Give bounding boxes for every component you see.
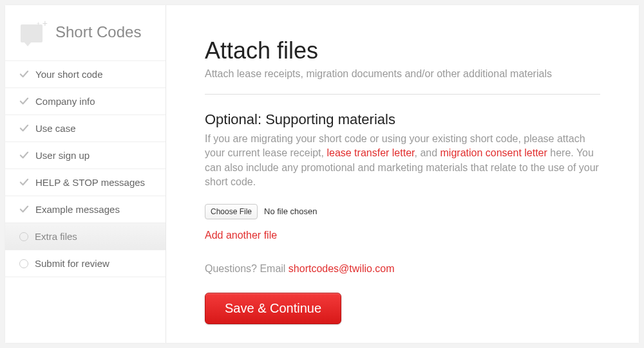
page-subtitle: Attach lease receipts, migration documen… <box>205 68 600 95</box>
sidebar-item-extra-files[interactable]: Extra files <box>5 223 166 250</box>
page-title: Attach files <box>205 37 600 64</box>
app-container: + + Short Codes Your short code Company … <box>5 5 639 343</box>
sidebar-item-label: HELP & STOP messages <box>35 177 145 188</box>
sidebar-item-label: Your short code <box>35 69 103 80</box>
sidebar-item-use-case[interactable]: Use case <box>5 115 166 142</box>
questions-prefix: Questions? Email <box>205 263 289 274</box>
sidebar-nav: Your short code Company info Use case Us… <box>5 61 166 277</box>
sidebar-item-company-info[interactable]: Company info <box>5 88 166 115</box>
checkmark-icon <box>19 124 29 133</box>
sidebar-item-your-short-code[interactable]: Your short code <box>5 61 166 88</box>
section-title: Optional: Supporting materials <box>205 111 600 128</box>
main-content: Attach files Attach lease receipts, migr… <box>166 5 639 343</box>
circle-icon <box>19 232 28 241</box>
sidebar-item-user-sign-up[interactable]: User sign up <box>5 142 166 169</box>
file-input-row: Choose File No file chosen <box>205 204 600 219</box>
sidebar-item-label: Extra files <box>35 231 77 242</box>
desc-text: , and <box>415 147 440 158</box>
lease-transfer-letter-link[interactable]: lease transfer letter <box>327 147 414 158</box>
sidebar-item-label: Use case <box>35 123 76 134</box>
checkmark-icon <box>19 69 29 79</box>
choose-file-button[interactable]: Choose File <box>205 204 258 219</box>
circle-icon <box>19 259 28 268</box>
checkmark-icon <box>19 205 29 214</box>
sidebar: + + Short Codes Your short code Company … <box>5 5 166 343</box>
sidebar-item-label: Company info <box>35 96 95 107</box>
save-continue-button[interactable]: Save & Continue <box>205 293 341 324</box>
sidebar-header: + + Short Codes <box>5 5 166 61</box>
checkmark-icon <box>19 96 29 106</box>
questions-text: Questions? Email shortcodes@twilio.com <box>205 263 600 275</box>
sidebar-item-example-messages[interactable]: Example messages <box>5 196 166 223</box>
sidebar-item-label: User sign up <box>35 150 90 161</box>
file-status-text: No file chosen <box>264 206 317 216</box>
migration-consent-letter-link[interactable]: migration consent letter <box>440 147 547 158</box>
short-codes-icon: + + <box>19 18 48 46</box>
sidebar-item-help-stop-messages[interactable]: HELP & STOP messages <box>5 169 166 196</box>
sidebar-title: Short Codes <box>55 23 141 41</box>
add-another-file-link[interactable]: Add another file <box>205 230 277 241</box>
sidebar-item-label: Example messages <box>35 204 120 215</box>
sidebar-item-label: Submit for review <box>35 258 109 269</box>
sidebar-item-submit-for-review[interactable]: Submit for review <box>5 250 166 277</box>
questions-email-link[interactable]: shortcodes@twilio.com <box>289 263 395 274</box>
checkmark-icon <box>19 178 29 187</box>
checkmark-icon <box>19 151 29 160</box>
section-description: If you are migrating your short code or … <box>205 132 600 190</box>
